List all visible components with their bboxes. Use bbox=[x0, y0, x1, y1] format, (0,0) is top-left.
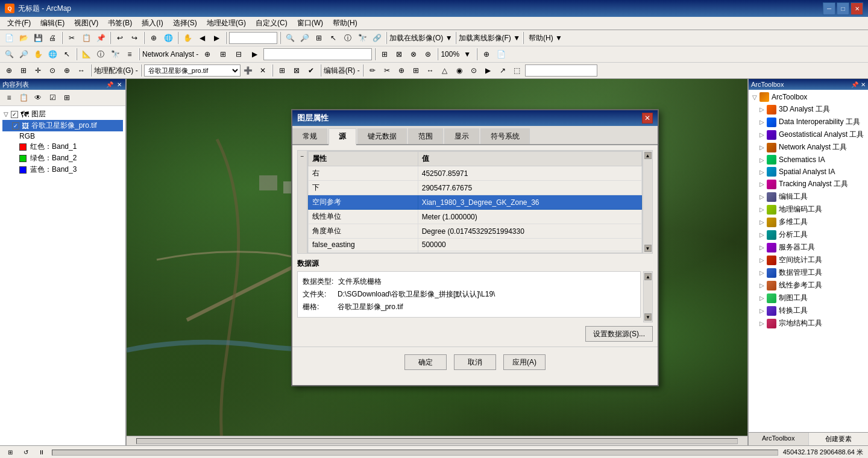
prop-cell[interactable]: false_easting bbox=[309, 239, 418, 251]
raster-layer-item[interactable]: ✓ 🖼 谷歌卫星影像_pro.tif bbox=[2, 120, 123, 131]
zoom-full-button[interactable]: 🌐 bbox=[162, 31, 175, 45]
refresh-btn[interactable]: ↺ bbox=[20, 447, 31, 458]
edit-btn2[interactable]: ✂ bbox=[380, 64, 394, 77]
toolbox-item[interactable]: ▷制图工具 bbox=[750, 292, 867, 304]
prop-cell[interactable]: false_northing bbox=[309, 251, 418, 254]
table-row[interactable]: 右452507.85971 bbox=[309, 166, 642, 181]
arctoolbox-pin-btn[interactable]: 📌 bbox=[851, 81, 858, 88]
geo-btn6[interactable]: ↔ bbox=[75, 64, 88, 77]
identify2-btn[interactable]: ⓘ bbox=[94, 48, 107, 61]
zoom-pct-dropdown[interactable]: ▼ bbox=[461, 48, 474, 61]
select-btn[interactable]: ↖ bbox=[327, 31, 340, 45]
table-row[interactable]: 下2905477.67675 bbox=[309, 181, 642, 195]
save-button[interactable]: 💾 bbox=[31, 31, 45, 45]
edit-btn7[interactable]: ◉ bbox=[453, 64, 466, 77]
layer-group-header[interactable]: ▽ ✓ 🗺 图层 bbox=[2, 108, 123, 120]
hyperlink-btn[interactable]: 🔗 bbox=[370, 31, 383, 45]
table-row[interactable]: false_northing0 bbox=[309, 251, 642, 254]
edit-btn6[interactable]: △ bbox=[438, 64, 451, 77]
set-datasource-btn[interactable]: 设置数据源(S)... bbox=[585, 326, 653, 342]
list-by-drawing-order-btn[interactable]: ≡ bbox=[2, 91, 16, 104]
geo-btn4[interactable]: ⊙ bbox=[46, 64, 59, 77]
find2-btn[interactable]: 🔭 bbox=[108, 48, 122, 61]
table-row[interactable]: 角度单位Degree (0.01745329251994330 bbox=[309, 224, 642, 239]
georef-fit[interactable]: ⊠ bbox=[290, 64, 303, 77]
bottom-scroll-track[interactable] bbox=[52, 450, 778, 456]
tb2-extra1[interactable]: ⊕ bbox=[480, 48, 493, 61]
extra-tools-3[interactable]: ⊗ bbox=[407, 48, 420, 61]
toolbox-item[interactable]: ▷Network Analyst 工具 bbox=[750, 141, 867, 154]
menu-custom[interactable]: 自定义(C) bbox=[251, 17, 292, 30]
map-hscrollbar[interactable] bbox=[127, 436, 747, 445]
menu-help[interactable]: 帮助(H) bbox=[328, 17, 362, 30]
table-row[interactable]: 空间参考Xian_1980_3_Degree_GK_Zone_36 bbox=[309, 195, 642, 210]
geo-btn2[interactable]: ⊞ bbox=[17, 64, 30, 77]
toolbox-item[interactable]: ▷Schematics IA bbox=[750, 154, 867, 166]
status-scrollbar[interactable] bbox=[52, 450, 778, 456]
edit-btn1[interactable]: ✏ bbox=[366, 64, 379, 77]
value-cell[interactable]: 500000 bbox=[418, 239, 641, 251]
pan-map-btn[interactable]: ✋ bbox=[31, 48, 45, 61]
tab-extent[interactable]: 范围 bbox=[408, 128, 443, 144]
geo-btn5[interactable]: ⊕ bbox=[60, 64, 74, 77]
select-feat-btn[interactable]: ↖ bbox=[60, 48, 74, 61]
menu-geoprocess[interactable]: 地理处理(G) bbox=[202, 17, 251, 30]
props-collapse-btn[interactable]: − bbox=[298, 151, 307, 253]
group-checkbox[interactable]: ✓ bbox=[11, 111, 18, 118]
toolbox-item[interactable]: ▷3D Analyst 工具 bbox=[750, 103, 867, 116]
dialog-close-btn[interactable]: ✕ bbox=[642, 113, 653, 124]
scroll-down-btn[interactable]: ▼ bbox=[644, 245, 652, 252]
toolbox-item[interactable]: ▷Data Interoperability 工具 bbox=[750, 116, 867, 128]
nav-back-button[interactable]: ⊕ bbox=[147, 31, 160, 45]
overview-btn[interactable]: ⊞ bbox=[5, 447, 16, 458]
georef-view[interactable]: ⊞ bbox=[275, 64, 289, 77]
toolbox-item[interactable]: ▷Spatial Analyst IA bbox=[750, 166, 867, 178]
scale-input[interactable]: 1:8,500 bbox=[229, 32, 277, 44]
tab-general[interactable]: 常规 bbox=[292, 128, 327, 144]
toolbox-root[interactable]: ▽ ArcToolbox bbox=[750, 91, 867, 103]
cut-button[interactable]: ✂ bbox=[65, 31, 78, 45]
redo-button[interactable]: ↪ bbox=[128, 31, 141, 45]
edit-btn11[interactable]: ⬚ bbox=[511, 64, 524, 77]
edit-btn5[interactable]: ↔ bbox=[424, 64, 437, 77]
print-button[interactable]: 🖨 bbox=[46, 31, 59, 45]
props-vscrollbar[interactable]: ▲ ▼ bbox=[643, 151, 652, 253]
editor-search-input[interactable] bbox=[525, 64, 597, 77]
na-tool4[interactable]: ▶ bbox=[248, 48, 261, 61]
apply-button[interactable]: 应用(A) bbox=[503, 354, 546, 370]
prop-cell[interactable]: 右 bbox=[309, 166, 418, 181]
prop-cell[interactable]: 线性单位 bbox=[309, 210, 418, 224]
toolbox-item[interactable]: ▷编辑工具 bbox=[750, 190, 867, 203]
ds-scroll-down[interactable]: ▼ bbox=[644, 313, 652, 321]
panel-close-btn[interactable]: ✕ bbox=[116, 81, 123, 88]
toolbox-item[interactable]: ▷线性参考工具 bbox=[750, 279, 867, 292]
fullext-btn[interactable]: 🌐 bbox=[46, 48, 59, 61]
geo-btn1[interactable]: ⊕ bbox=[2, 64, 16, 77]
extra-tools-1[interactable]: ⊞ bbox=[378, 48, 391, 61]
zoom-in-btn[interactable]: 🔍 bbox=[283, 31, 297, 45]
prop-cell[interactable]: 空间参考 bbox=[309, 195, 418, 210]
tab-symbology[interactable]: 符号系统 bbox=[480, 128, 530, 144]
scroll-up-btn[interactable]: ▲ bbox=[644, 152, 652, 159]
find-btn[interactable]: 🔭 bbox=[356, 31, 369, 45]
tab-keymetadata[interactable]: 键元数据 bbox=[357, 128, 407, 144]
edit-btn8[interactable]: ⊙ bbox=[467, 64, 480, 77]
extra-tools-2[interactable]: ⊠ bbox=[392, 48, 406, 61]
toolbox-item[interactable]: ▷地理编码工具 bbox=[750, 203, 867, 216]
edit-btn3[interactable]: ⊕ bbox=[395, 64, 408, 77]
menu-edit[interactable]: 编辑(E) bbox=[36, 17, 69, 30]
arctoolbox-tab[interactable]: ArcToolbox bbox=[749, 433, 809, 445]
edit-btn4[interactable]: ⊞ bbox=[409, 64, 423, 77]
map-area[interactable]: 图层属性 ✕ 常规 源 键元数据 范围 显示 符号系统 − bbox=[127, 79, 747, 445]
toolbox-item[interactable]: ▷Geostatistical Analyst 工具 bbox=[750, 128, 867, 141]
expand-all-btn[interactable]: ⊞ bbox=[60, 91, 74, 104]
hscroll-track[interactable] bbox=[136, 438, 738, 444]
na-tool1[interactable]: ⊕ bbox=[201, 48, 214, 61]
value-cell[interactable]: Xian_1980_3_Degree_GK_Zone_36 bbox=[418, 195, 641, 210]
nav-next-button[interactable]: ▶ bbox=[210, 31, 223, 45]
na-tool3[interactable]: ⊟ bbox=[232, 48, 245, 61]
list-by-selection-btn[interactable]: ☑ bbox=[46, 91, 59, 104]
new-button[interactable]: 📄 bbox=[2, 31, 16, 45]
select-by-attr-btn[interactable]: ≡ bbox=[123, 48, 136, 61]
toolbox-item[interactable]: ▷转换工具 bbox=[750, 304, 867, 317]
